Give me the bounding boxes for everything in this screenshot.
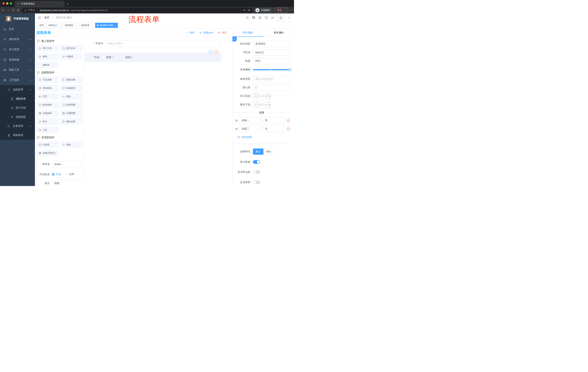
option-name-input[interactable]: [239, 117, 262, 124]
palette-item[interactable]: 开关: [36, 93, 59, 100]
palette-item[interactable]: 时间选择: [36, 102, 59, 108]
stepper-increase-button[interactable]: +: [267, 102, 271, 107]
form-item-phone[interactable]: *手机号: [84, 40, 221, 47]
option-name-input[interactable]: [239, 126, 262, 132]
sidebar-subitem-1[interactable]: 任务管理: [0, 122, 35, 131]
form-canvas[interactable]: *手机号 *性别 选项一选项二: [84, 37, 232, 186]
max-select-value[interactable]: 最多可选: [258, 102, 267, 107]
address-bar[interactable]: 不安全 dashboard.yudao.iocoder.cn /bpm/mana…: [21, 8, 253, 13]
tag-close-icon[interactable]: [58, 25, 60, 26]
sidebar-child-0-2[interactable]: 流程模型: [0, 112, 35, 122]
forward-button[interactable]: [7, 9, 10, 12]
bookmark-star-icon[interactable]: [247, 9, 250, 12]
tag-3[interactable]: 流程表单: [79, 23, 94, 28]
password-key-icon[interactable]: [243, 9, 246, 12]
sidebar-item-0[interactable]: 首页: [0, 24, 35, 34]
tab-close-icon[interactable]: [61, 3, 63, 5]
sidebar-item-3[interactable]: 基础设施: [0, 55, 35, 65]
label-width-input[interactable]: [253, 76, 290, 82]
action-clear-button[interactable]: 清空: [218, 31, 227, 34]
tag-4[interactable]: 流程表单-编辑: [95, 23, 118, 28]
tag-close-icon[interactable]: [91, 25, 92, 26]
sidebar-item-4[interactable]: 研发工具: [0, 65, 35, 75]
palette-item[interactable]: 计数器: [60, 53, 82, 60]
status-radio-on[interactable]: 开启: [52, 173, 61, 176]
checkbox-option-0[interactable]: 选项一: [102, 56, 114, 59]
default-value-input[interactable]: [253, 85, 290, 91]
search-icon[interactable]: [246, 16, 249, 19]
tag-0[interactable]: 首页: [37, 23, 45, 28]
selected-component-gender[interactable]: *性别 选项一选项二: [84, 53, 221, 62]
min-select-value[interactable]: 至少应选: [258, 93, 267, 99]
drag-handle-icon[interactable]: [235, 119, 238, 122]
stepper-decrease-button[interactable]: −: [253, 102, 258, 107]
stepper-increase-button[interactable]: +: [267, 93, 271, 99]
palette-item[interactable]: 多行文本: [60, 45, 82, 52]
user-avatar[interactable]: [277, 14, 284, 21]
github-icon[interactable]: [252, 16, 255, 19]
tab-form-props[interactable]: 表单属性: [263, 29, 294, 37]
reload-button[interactable]: [12, 9, 15, 12]
slider-handle[interactable]: [289, 68, 292, 71]
tag-1[interactable]: 流程定义: [47, 23, 62, 28]
component-type-select[interactable]: 多选框组: [253, 41, 290, 47]
breadcrumb-home[interactable]: 首页: [44, 16, 49, 19]
palette-item[interactable]: 时间范围: [60, 102, 82, 108]
avatar-dropdown-chevron-icon[interactable]: [287, 16, 291, 19]
sidebar-subitem-0[interactable]: 流程管理: [0, 85, 35, 94]
browser-update-button[interactable]: 更新: [274, 8, 288, 13]
palette-item[interactable]: 下拉选择: [36, 76, 59, 83]
toggle-switch[interactable]: [253, 160, 260, 164]
checkbox-icon[interactable]: [102, 56, 105, 59]
sidebar-subitem-2[interactable]: 请假查询: [0, 131, 35, 140]
palette-item[interactable]: 单选框组: [36, 85, 59, 91]
sidebar-collapse-icon[interactable]: [37, 16, 41, 20]
toggle-switch[interactable]: [253, 181, 260, 184]
browser-tab[interactable]: 芋道管理系统: [15, 1, 64, 7]
toolbar-overflow-chevron-icon[interactable]: [290, 9, 292, 11]
field-name-input[interactable]: [253, 49, 290, 55]
remove-option-icon[interactable]: [286, 127, 290, 131]
palette-item[interactable]: 行容器: [36, 141, 59, 148]
option-value-input[interactable]: [263, 117, 285, 124]
palette-item[interactable]: 密码: [36, 53, 59, 60]
palette-item[interactable]: 颜色选择: [60, 118, 82, 125]
fullscreen-icon[interactable]: [265, 16, 268, 19]
palette-item[interactable]: 评分: [36, 118, 59, 125]
window-close-button[interactable]: [2, 2, 5, 5]
back-button[interactable]: [2, 9, 5, 12]
palette-item[interactable]: 级联选择: [60, 76, 82, 83]
form-name-input[interactable]: [52, 161, 82, 167]
palette-item[interactable]: 多选框组: [60, 85, 82, 91]
tag-close-icon[interactable]: [115, 25, 116, 26]
checkbox-option-1[interactable]: 选项二: [121, 56, 133, 59]
sidebar-item-1[interactable]: 系统管理: [0, 34, 35, 44]
tag-close-icon[interactable]: [74, 25, 76, 26]
option-style-default[interactable]: 默认: [253, 149, 263, 155]
option-value-input[interactable]: [263, 126, 285, 132]
phone-input[interactable]: [105, 40, 221, 47]
palette-item[interactable]: 单行文本: [36, 45, 59, 52]
sidebar-item-5[interactable]: 工作流程: [0, 75, 35, 85]
palette-item[interactable]: 按钮: [60, 141, 82, 148]
font-size-icon[interactable]: [271, 16, 274, 19]
add-option-button[interactable]: 添加选项: [237, 136, 290, 139]
remove-option-icon[interactable]: [286, 119, 290, 122]
action-view-json-button[interactable]: 查看json: [199, 31, 213, 34]
copy-component-button[interactable]: [208, 50, 213, 55]
delete-component-button[interactable]: [214, 50, 219, 55]
stepper-decrease-button[interactable]: −: [253, 93, 258, 99]
form-remark-textarea[interactable]: 嘿嘿: [52, 180, 82, 186]
new-tab-button[interactable]: [66, 3, 69, 5]
checkbox-icon[interactable]: [121, 56, 124, 59]
home-button[interactable]: [17, 9, 20, 12]
window-zoom-button[interactable]: [10, 2, 12, 5]
tag-2[interactable]: 流程模型: [63, 23, 78, 28]
grid-slider[interactable]: [253, 69, 290, 70]
window-minimize-button[interactable]: [6, 2, 8, 5]
drag-handle-icon[interactable]: [235, 128, 238, 130]
title-input[interactable]: [253, 58, 290, 64]
option-style-button[interactable]: 按钮: [263, 149, 274, 155]
status-radio-off[interactable]: 关闭: [65, 173, 74, 176]
palette-item[interactable]: 编辑器: [36, 62, 59, 68]
